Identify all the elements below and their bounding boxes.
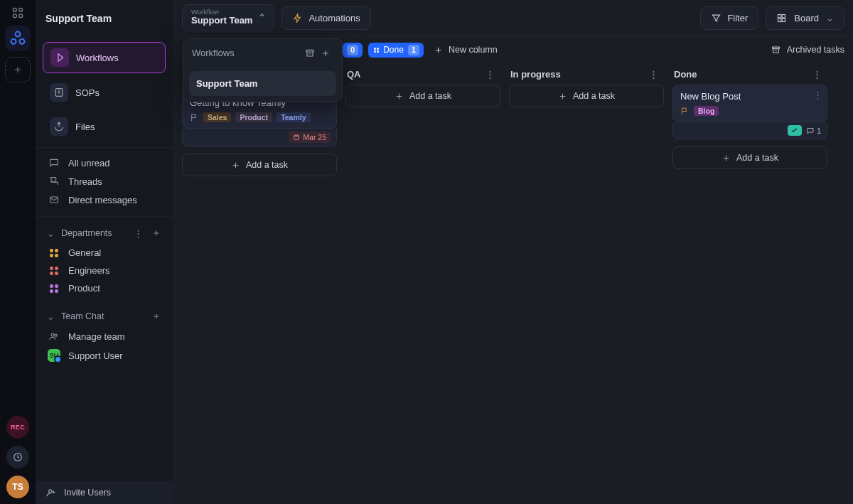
dropdown-title: Workflows: [192, 48, 235, 58]
workflow-dropdown: Workflows Support Team: [183, 38, 343, 102]
sidebar-item-files[interactable]: Files: [43, 112, 166, 141]
tag-product[interactable]: Product: [235, 112, 272, 122]
archived-tasks-button[interactable]: Archived tasks: [771, 45, 844, 55]
new-column-label: New column: [449, 45, 498, 55]
add-icon[interactable]: [150, 227, 163, 240]
dm-icon: [47, 194, 61, 205]
add-task-label: Add a task: [736, 153, 778, 163]
department-product[interactable]: Product: [43, 279, 166, 297]
workflow-option-support-team[interactable]: Support Team: [189, 71, 336, 96]
invite-users-button[interactable]: Invite Users: [36, 481, 173, 504]
due-date-pill[interactable]: Mar 25: [289, 132, 331, 143]
add-task-button[interactable]: Add a task: [672, 146, 827, 169]
main-area: Workflow Support Team ⌃ Workflows Suppor…: [173, 0, 853, 504]
calendar-icon: [293, 134, 300, 141]
card-more-icon[interactable]: ⋮: [813, 90, 822, 100]
board-icon: [776, 13, 787, 23]
chat-icon: [47, 157, 61, 168]
workflow-label: Workflow: [191, 9, 252, 16]
sidebar-item-label: All unread: [68, 158, 110, 168]
add-task-label: Add a task: [409, 91, 451, 101]
column-chip-partial[interactable]: 0: [343, 43, 363, 58]
board-column-qa: QA ⋮ Add a task: [345, 63, 500, 495]
sidebar-item-workflows[interactable]: Workflows: [43, 42, 166, 73]
archive-icon[interactable]: [302, 45, 318, 61]
due-date-text: Mar 25: [303, 133, 326, 141]
tag-teamly[interactable]: Teamly: [277, 112, 310, 122]
svg-rect-18: [772, 47, 779, 49]
filter-label: Filter: [727, 13, 748, 23]
column-title: QA: [347, 69, 361, 80]
svg-point-12: [49, 490, 52, 493]
user-avatar[interactable]: TS: [6, 476, 29, 498]
teamchat-header[interactable]: ⌄ Team Chat: [43, 306, 166, 327]
user-badge: SU: [48, 349, 60, 362]
chevron-up-icon: ⌃: [257, 11, 267, 24]
chevron-down-icon: ⌄: [45, 228, 55, 239]
add-task-button[interactable]: Add a task: [345, 85, 500, 107]
invite-icon: [45, 487, 57, 498]
plus-icon: [395, 92, 404, 101]
sidebar-item-label: Threads: [68, 176, 102, 187]
column-chip-done[interactable]: Done 1: [368, 43, 424, 58]
column-more-icon[interactable]: ⋮: [811, 68, 823, 81]
sidebar-item-sops[interactable]: SOPs: [43, 77, 166, 107]
card-title: New Blog Post: [680, 91, 741, 102]
teamchat-manage-team[interactable]: Manage team: [43, 327, 166, 345]
add-task-button[interactable]: Add a task: [509, 85, 664, 107]
column-more-icon[interactable]: ⋮: [484, 68, 496, 81]
view-switcher[interactable]: Board ⌄: [766, 6, 844, 30]
svg-point-3: [19, 14, 23, 18]
tag-sales[interactable]: Sales: [203, 112, 231, 122]
card-footer: 1: [672, 122, 827, 139]
add-workspace-button[interactable]: [5, 57, 31, 82]
column-title: Done: [674, 69, 697, 80]
department-label: Product: [68, 283, 100, 294]
lightning-icon: [292, 13, 303, 23]
add-workflow-icon[interactable]: [318, 45, 333, 61]
files-icon: [50, 117, 68, 136]
record-button[interactable]: REC: [6, 416, 29, 439]
invite-label: Invite Users: [64, 488, 111, 498]
sidebar-item-threads[interactable]: Threads: [43, 172, 166, 191]
svg-rect-8: [55, 89, 62, 97]
board-column-in-progress: In progress ⋮ Add a task: [509, 63, 664, 495]
add-task-button[interactable]: Add a task: [182, 154, 337, 176]
task-card[interactable]: ⋮ New Blog Post Blog: [672, 85, 827, 122]
archive-icon: [771, 45, 781, 55]
archived-label: Archived tasks: [787, 45, 844, 55]
filter-button[interactable]: Filter: [700, 6, 758, 30]
teamchat-support-user[interactable]: SU Support User: [43, 345, 166, 365]
department-engineers[interactable]: Engineers: [43, 262, 166, 279]
workspace-switcher[interactable]: [5, 26, 31, 51]
workflow-selector[interactable]: Workflow Support Team ⌃ Workflows Suppor…: [182, 4, 274, 31]
department-general[interactable]: General: [43, 244, 166, 262]
add-icon[interactable]: [150, 310, 163, 323]
add-task-label: Add a task: [573, 91, 615, 101]
svg-rect-14: [778, 14, 781, 17]
comment-icon: [806, 127, 815, 135]
automations-button[interactable]: Automations: [281, 6, 370, 30]
column-more-icon[interactable]: ⋮: [648, 68, 660, 81]
new-column-button[interactable]: New column: [429, 42, 502, 58]
grid-icon: [47, 267, 61, 275]
history-icon[interactable]: [6, 446, 29, 468]
flag-icon: [190, 113, 199, 122]
grid-icon: [47, 249, 61, 257]
chevron-down-icon: ⌄: [826, 13, 834, 23]
more-icon[interactable]: ⋮: [132, 227, 144, 240]
tag-blog[interactable]: Blog: [694, 106, 719, 116]
comments-count[interactable]: 1: [806, 127, 821, 135]
drag-icon: [374, 48, 379, 53]
svg-point-2: [13, 14, 16, 18]
teamchat-label: Support User: [68, 350, 123, 361]
sidebar: Support Team Workflows SOPs Files: [36, 0, 173, 504]
sidebar-item-direct-messages[interactable]: Direct messages: [43, 191, 166, 209]
sidebar-item-all-unread[interactable]: All unread: [43, 154, 166, 172]
svg-point-10: [51, 333, 54, 336]
section-title: Team Chat: [61, 311, 104, 321]
board-column-0: . Getting to know Teamly Sales Product T…: [182, 63, 337, 495]
column-title: In progress: [510, 69, 561, 80]
svg-rect-16: [778, 18, 781, 21]
departments-header[interactable]: ⌄ Departments ⋮: [43, 222, 166, 244]
